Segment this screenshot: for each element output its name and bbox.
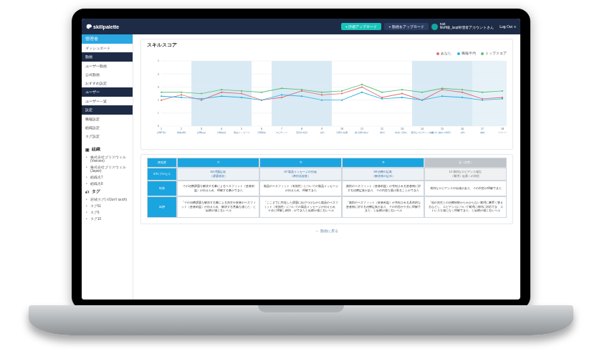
sidebar-item-job-setting[interactable]: 職種設定 bbox=[82, 115, 133, 123]
svg-point-27 bbox=[381, 96, 383, 97]
sidebar-head-user: ユーザー bbox=[82, 87, 133, 97]
svg-text:12: 12 bbox=[381, 128, 383, 130]
table-current-cell: 薬剤のベネフィット（患者利益）が発現される患者例に対する治療提案があり、その内容… bbox=[342, 181, 424, 196]
svg-point-66 bbox=[441, 87, 443, 89]
svg-text:フォロー: フォロー bbox=[498, 131, 507, 134]
sidebar-tag-item[interactable]: タグ6 bbox=[82, 209, 133, 216]
sidebar-item-user-list[interactable]: ユーザー一覧 bbox=[82, 97, 133, 105]
sidebar-tag-item[interactable]: 若城タグ(※Don't touch) bbox=[82, 196, 133, 203]
legend-avg: 職種平均 bbox=[457, 52, 476, 55]
sidebar-org-item[interactable]: 組織名7 bbox=[82, 174, 133, 181]
palette-icon bbox=[86, 24, 92, 29]
svg-text:0: 0 bbox=[158, 125, 159, 128]
svg-point-37 bbox=[221, 95, 222, 97]
svg-text:2: 2 bbox=[181, 128, 182, 130]
svg-point-63 bbox=[381, 91, 383, 92]
current-user[interactable]: root MoH様_loop管理者アカウントさん bbox=[431, 23, 494, 30]
sidebar-tag-item[interactable]: タグ10 bbox=[82, 216, 133, 222]
svg-text:13: 13 bbox=[401, 128, 403, 130]
legend-you: あなた bbox=[436, 52, 452, 55]
sidebar-item-official-video[interactable]: 公式動画 bbox=[82, 70, 133, 79]
svg-point-33 bbox=[502, 96, 503, 97]
panel-title: スキルスコア bbox=[147, 42, 507, 49]
table-column: ②07 製品メッセージの伝達（差別化促進）製品のベネフィット（有効性）についての… bbox=[259, 158, 342, 218]
sidebar-item-recommend[interactable]: おすすめ設定 bbox=[82, 79, 133, 87]
svg-text:要約: 要約 bbox=[320, 131, 324, 134]
svg-point-59 bbox=[301, 89, 302, 90]
sidebar-item-tag-setting[interactable]: タグ設定 bbox=[82, 132, 133, 140]
upload-evaluation-button[interactable]: + 評価アップロード bbox=[341, 23, 381, 30]
table-process-cell: 04 問題提起（課題状況） bbox=[177, 168, 259, 181]
table-head-process: STLプロセス bbox=[147, 168, 177, 181]
sidebar-org-title: ▣ 組織 bbox=[82, 145, 133, 154]
svg-point-50 bbox=[482, 99, 483, 100]
svg-point-49 bbox=[462, 96, 463, 97]
table-column: ①04 問題提起（課題状況）その治療課題を解決する事によるベネフィット（患者利益… bbox=[177, 158, 259, 218]
sidebar-head-video: 動画 bbox=[82, 52, 133, 62]
svg-point-62 bbox=[361, 83, 363, 85]
table-target-cell: 「ここまでに特定した課題に結びつけながら製品のベネフィット（有効性）についての製… bbox=[259, 196, 342, 218]
table-process-cell: 09 治療の提案（解決策の提示） bbox=[342, 168, 424, 181]
svg-text:7: 7 bbox=[281, 128, 282, 130]
sidebar-org-item[interactable]: 組織名8 bbox=[82, 181, 133, 187]
svg-text:治療効果: 治療効果 bbox=[257, 131, 267, 134]
chart-legend: あなた 職種平均 トップスコア bbox=[147, 52, 507, 56]
svg-rect-3 bbox=[472, 61, 507, 126]
svg-point-45 bbox=[381, 97, 383, 99]
svg-point-54 bbox=[201, 92, 202, 94]
svg-text:検査材料: 検査材料 bbox=[177, 131, 186, 134]
svg-text:15: 15 bbox=[441, 128, 444, 130]
svg-point-38 bbox=[241, 96, 242, 97]
sidebar-item-dashboard[interactable]: ダッシュボード bbox=[82, 44, 133, 52]
svg-text:エビデンス: エビデンス bbox=[276, 131, 287, 134]
svg-text:11: 11 bbox=[360, 128, 363, 130]
svg-text:17: 17 bbox=[481, 128, 484, 130]
svg-point-26 bbox=[361, 86, 363, 87]
back-to-video-link[interactable]: ← 動画に戻る bbox=[140, 229, 513, 233]
svg-point-16 bbox=[161, 99, 162, 100]
skill-score-panel: スキルスコア あなた 職種平均 トップスコア 0123451診断目的2検査材料3… bbox=[140, 39, 513, 150]
svg-point-39 bbox=[261, 99, 262, 100]
svg-text:16: 16 bbox=[461, 128, 464, 130]
svg-text:10: 10 bbox=[340, 128, 343, 130]
sidebar-org-item[interactable]: 株式会社ブリスウェル (Vietnam) bbox=[82, 154, 133, 164]
table-process-cell: 07 製品メッセージの伝達（差別化促進） bbox=[259, 168, 342, 181]
table-priority-cell: ① bbox=[177, 158, 259, 168]
svg-point-44 bbox=[361, 91, 363, 92]
svg-text:5: 5 bbox=[241, 128, 242, 130]
svg-point-24 bbox=[321, 94, 322, 95]
svg-text:3: 3 bbox=[201, 128, 202, 130]
svg-text:質問: 質問 bbox=[380, 131, 384, 134]
table-priority-cell: ④（任意） bbox=[424, 158, 507, 168]
table-column: ④（任意）12 適切なエビデンス報告（質問）医長への対応適切なエビデンスや情報が… bbox=[424, 158, 507, 218]
sidebar-tag-title: 🏷 タグ bbox=[82, 187, 133, 196]
svg-point-18 bbox=[201, 99, 202, 100]
svg-text:8: 8 bbox=[301, 128, 302, 130]
svg-point-61 bbox=[341, 90, 343, 91]
svg-rect-2 bbox=[412, 61, 472, 126]
svg-point-41 bbox=[301, 95, 302, 97]
legend-top: トップスコア bbox=[481, 52, 507, 55]
logout-button[interactable]: Log Out ⎋ bbox=[500, 24, 516, 29]
upload-video-button[interactable]: + 動画をアップロード bbox=[384, 23, 428, 30]
svg-point-65 bbox=[421, 91, 423, 92]
table-priority-cell: ② bbox=[259, 158, 342, 168]
svg-point-68 bbox=[482, 91, 483, 92]
svg-point-22 bbox=[281, 96, 282, 97]
svg-point-28 bbox=[401, 92, 403, 94]
svg-point-30 bbox=[441, 89, 443, 90]
svg-text:製品メッセージ: 製品メッセージ bbox=[234, 131, 250, 134]
svg-text:3: 3 bbox=[158, 86, 159, 89]
sidebar-tag-item[interactable]: タグ61 bbox=[82, 203, 133, 209]
table-current-cell: その治療課題を解決する事によるベネフィット（患者利益）が伝えられ、理解する事がで… bbox=[177, 181, 259, 196]
sidebar-item-org-setting[interactable]: 組織設定 bbox=[82, 123, 133, 132]
sidebar-org-item[interactable]: 株式会社ブリスウェル (Japan) bbox=[82, 164, 133, 174]
tag-icon: 🏷 bbox=[85, 190, 90, 194]
svg-point-64 bbox=[401, 89, 403, 90]
svg-text:5: 5 bbox=[158, 59, 159, 62]
svg-text:診断結果: 診断結果 bbox=[197, 131, 206, 134]
svg-point-51 bbox=[502, 97, 503, 99]
main-content: スキルスコア あなた 職種平均 トップスコア 0123451診断目的2検査材料3… bbox=[133, 34, 520, 300]
svg-text:1: 1 bbox=[161, 128, 162, 130]
sidebar-item-user-video[interactable]: ユーザー動画 bbox=[82, 62, 133, 70]
